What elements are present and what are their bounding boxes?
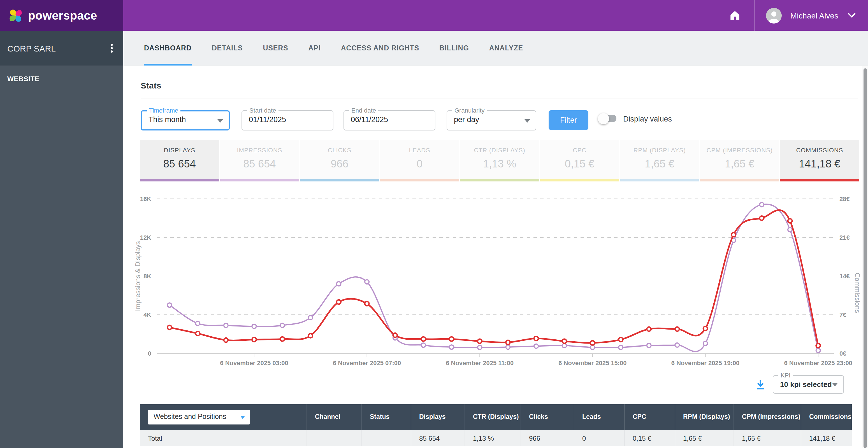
granularity-label: Granularity xyxy=(452,107,487,114)
start-date-label: Start date xyxy=(247,107,278,114)
column-header-ctr-displays-: CTR (Displays) xyxy=(465,404,521,430)
kpi-label: RPM (DISPLAYS) xyxy=(633,147,686,154)
end-date-label: End date xyxy=(349,107,378,114)
table-header: Websites and Positions ChannelStatusDisp… xyxy=(140,404,852,430)
column-header-channel: Channel xyxy=(307,404,362,430)
total-cell-8: 1,65 € xyxy=(675,430,734,446)
column-header-cpc: CPC xyxy=(625,404,675,430)
svg-text:14€: 14€ xyxy=(839,273,850,280)
org-name: CORP SARL xyxy=(7,43,56,53)
kpi-color-bar xyxy=(140,179,219,182)
column-header-leads: Leads xyxy=(575,404,625,430)
table-header-selector-cell: Websites and Positions xyxy=(140,404,307,430)
avatar[interactable] xyxy=(766,7,782,23)
kpi-cards: DISPLAYS85 654IMPRESSIONS85 654CLICKS966… xyxy=(140,140,859,182)
kpi-value: 85 654 xyxy=(243,158,276,170)
total-cell-5: 966 xyxy=(521,430,575,446)
chevron-down-icon xyxy=(240,416,245,419)
kpi-label: CTR (DISPLAYS) xyxy=(474,147,525,154)
display-values-toggle[interactable] xyxy=(599,115,616,122)
scrollbar-thumb[interactable] xyxy=(864,68,867,448)
user-silhouette-icon xyxy=(766,7,782,23)
kpi-card-leads[interactable]: LEADS0 xyxy=(380,140,459,182)
total-cell-3: 85 654 xyxy=(411,430,465,446)
kpi-value: 141,18 € xyxy=(799,158,840,170)
tab-users[interactable]: USERS xyxy=(263,31,288,65)
tab-access-and-rights[interactable]: ACCESS AND RIGHTS xyxy=(341,31,419,65)
kpi-card-cpc[interactable]: CPC0,15 € xyxy=(540,140,619,182)
total-row-label: Total xyxy=(140,430,307,446)
kpi-card-cpm-impressions-[interactable]: CPM (IMPRESSIONS)1,65 € xyxy=(700,140,779,182)
svg-text:4K: 4K xyxy=(144,311,151,318)
tab-api[interactable]: API xyxy=(308,31,321,65)
top-bar: powerspace Michael Alves xyxy=(0,0,868,31)
kpi-card-commissions[interactable]: COMMISSIONS141,18 € xyxy=(780,140,859,182)
column-header-clicks: Clicks xyxy=(521,404,575,430)
kpi-value: 0,15 € xyxy=(565,158,594,170)
kpi-label: CPM (IMPRESSIONS) xyxy=(707,147,773,154)
kpi-color-bar xyxy=(540,179,619,182)
column-header-commissions: Commissions xyxy=(801,404,852,430)
brand-logo[interactable]: powerspace xyxy=(0,0,123,31)
svg-text:6 November 2025 15:00: 6 November 2025 15:00 xyxy=(558,359,626,366)
websites-positions-select[interactable]: Websites and Positions xyxy=(148,410,250,424)
kpi-color-bar xyxy=(220,179,299,182)
kpi-card-displays[interactable]: DISPLAYS85 654 xyxy=(140,140,219,182)
svg-text:28€: 28€ xyxy=(839,195,850,202)
tab-billing[interactable]: BILLING xyxy=(439,31,469,65)
svg-text:16K: 16K xyxy=(140,195,151,202)
kpi-color-bar xyxy=(700,179,779,182)
granularity-select[interactable]: Granularity per day xyxy=(446,110,536,130)
kpi-label: CLICKS xyxy=(328,147,351,154)
kpi-value: 966 xyxy=(331,158,348,170)
filter-button[interactable]: Filter xyxy=(549,110,588,130)
display-values-label: Display values xyxy=(623,115,672,123)
chevron-down-icon xyxy=(217,119,223,123)
svg-text:6 November 2025 23:00: 6 November 2025 23:00 xyxy=(784,359,852,366)
sidebar: CORP SARL WEBSITE xyxy=(0,31,123,448)
column-header-status: Status xyxy=(362,404,411,430)
kpi-select-label: KPI xyxy=(778,372,793,379)
end-date-field[interactable]: End date 06/11/2025 xyxy=(343,110,435,130)
kpi-select[interactable]: KPI 10 kpi selected xyxy=(773,375,844,394)
vertical-scrollbar[interactable] xyxy=(862,66,868,448)
total-cell-9: 1,65 € xyxy=(734,430,801,446)
topbar-divider xyxy=(754,0,755,31)
total-cell-1 xyxy=(307,430,362,446)
total-cell-6: 0 xyxy=(575,430,625,446)
tab-details[interactable]: DETAILS xyxy=(212,31,243,65)
kpi-color-bar xyxy=(300,179,379,182)
tab-dashboard[interactable]: DASHBOARD xyxy=(144,31,192,65)
svg-text:12K: 12K xyxy=(140,234,151,241)
page-title: Stats xyxy=(141,81,161,90)
kpi-value: 85 654 xyxy=(163,158,196,170)
kpi-label: CPC xyxy=(573,147,586,154)
kpi-value: 1,13 % xyxy=(483,158,516,170)
home-icon[interactable] xyxy=(729,9,741,21)
kpi-card-clicks[interactable]: CLICKS966 xyxy=(300,140,379,182)
user-menu-chevron-icon[interactable] xyxy=(848,13,856,18)
column-header-rpm-displays-: RPM (Displays) xyxy=(675,404,734,430)
topbar-actions: Michael Alves xyxy=(729,0,868,31)
kpi-card-ctr-displays-[interactable]: CTR (DISPLAYS)1,13 % xyxy=(460,140,539,182)
kpi-color-bar xyxy=(780,179,859,182)
kpi-value: 0 xyxy=(416,158,423,170)
kpi-label: DISPLAYS xyxy=(164,147,195,154)
total-cell-10: 141,18 € xyxy=(801,430,852,446)
stats-table: Websites and Positions ChannelStatusDisp… xyxy=(140,404,852,448)
chevron-down-icon xyxy=(832,383,838,386)
total-cell-4: 1,13 % xyxy=(465,430,521,446)
svg-text:0: 0 xyxy=(148,350,151,357)
kpi-card-rpm-displays-[interactable]: RPM (DISPLAYS)1,65 € xyxy=(620,140,699,182)
stats-line-chart[interactable]: 6 November 2025 03:006 November 2025 07:… xyxy=(123,189,862,375)
svg-text:8K: 8K xyxy=(144,273,151,280)
tab-analyze[interactable]: ANALYZE xyxy=(489,31,523,65)
kpi-card-impressions[interactable]: IMPRESSIONS85 654 xyxy=(220,140,299,182)
kebab-menu-icon[interactable] xyxy=(109,42,114,54)
chevron-down-icon xyxy=(525,119,530,123)
start-date-field[interactable]: Start date 01/11/2025 xyxy=(242,110,333,130)
user-name[interactable]: Michael Alves xyxy=(790,11,838,20)
timeframe-select[interactable]: Timeframe This month xyxy=(141,110,230,130)
sidebar-item-website[interactable]: WEBSITE xyxy=(0,66,123,92)
download-icon[interactable] xyxy=(754,379,768,392)
